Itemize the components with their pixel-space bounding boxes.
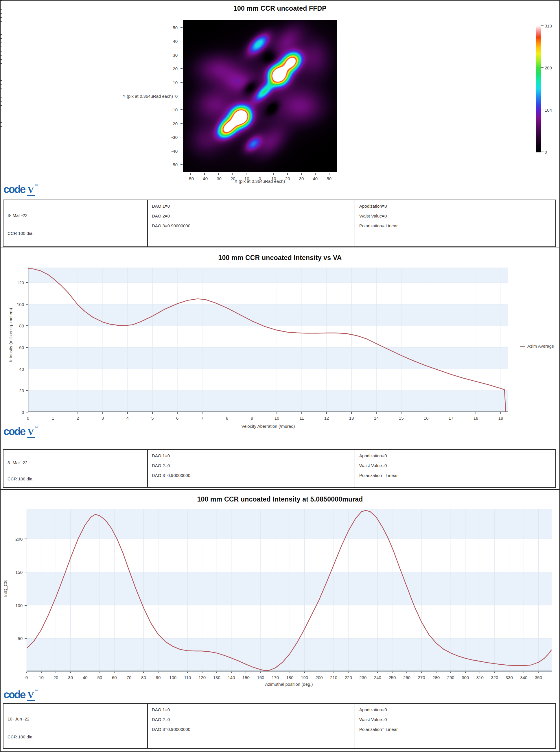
- table-cell-dao: DAO 1=0 DAO 2=0 DAO 3=0.90000000: [147, 450, 355, 487]
- x-tick-mark: [187, 672, 188, 673]
- x-tick-mark: [26, 672, 27, 673]
- x-tick-label: 4: [126, 415, 129, 421]
- dao-2: DAO 2=0: [152, 211, 351, 221]
- x-tick-mark: [70, 672, 71, 673]
- codev-report-page: 100 mm CCR uncoated FFDP Y (pix at 0.364…: [0, 0, 560, 752]
- codev-logo-v: V: [27, 427, 35, 438]
- x-tick-label: 270: [418, 675, 425, 680]
- x-tick-mark: [143, 672, 144, 673]
- y-tick-mark: [26, 325, 28, 326]
- x-tick-mark: [78, 412, 78, 414]
- x-tick-label: 0: [27, 415, 29, 421]
- x-tick-mark: [401, 412, 401, 414]
- x-tick-mark: [53, 412, 53, 414]
- x-tick-label: 0: [259, 176, 261, 181]
- x-tick-mark: [245, 672, 246, 673]
- x-tick-label: -40: [201, 176, 208, 181]
- x-tick-mark: [304, 672, 305, 673]
- polarization: Polarization= Linear: [359, 471, 551, 481]
- y-tick-mark: [25, 638, 27, 638]
- x-tick-mark: [451, 672, 451, 673]
- codev-logo-text: code: [3, 183, 25, 195]
- x-tick-label: 320: [491, 675, 498, 680]
- x-tick-mark: [158, 672, 159, 673]
- x-tick-mark: [301, 173, 302, 175]
- table-cell-dao: DAO 1=0 DAO 2=0 DAO 3=0.90000000: [147, 200, 355, 246]
- x-tick-label: 10: [275, 415, 279, 421]
- intensity-va-plot: [28, 267, 508, 412]
- waist-value: Waist Value=0: [359, 715, 551, 725]
- y-tick-label: 10: [161, 80, 178, 85]
- x-tick-label: 16: [424, 415, 429, 421]
- x-tick-label: -50: [187, 176, 194, 181]
- x-tick-mark: [231, 672, 232, 673]
- x-tick-label: 40: [313, 176, 318, 181]
- x-tick-mark: [315, 173, 316, 175]
- x-tick-label: 13: [349, 415, 354, 421]
- x-tick-label: 1: [52, 415, 54, 421]
- x-tick-label: 15: [399, 415, 404, 421]
- x-tick-label: 280: [433, 675, 440, 680]
- x-tick-mark: [204, 173, 205, 175]
- x-tick-label: 50: [97, 675, 102, 680]
- dao-3: DAO 3=0.90000000: [152, 725, 351, 734]
- x-tick-mark: [287, 173, 288, 175]
- intensity-va-x-axis-title: Velocity Aberration (\murad): [196, 424, 340, 429]
- x-tick-mark: [436, 672, 437, 673]
- y-tick-label: 200: [7, 536, 23, 542]
- x-tick-mark: [509, 672, 509, 673]
- x-tick-label: 180: [286, 675, 294, 680]
- x-tick-label: 7: [201, 415, 203, 421]
- x-tick-mark: [480, 672, 480, 673]
- y-tick-label: -50: [161, 162, 178, 167]
- dao-2: DAO 2=0: [152, 461, 351, 471]
- parameter-table: 3- Mar -22 CCR 100 dia. DAO 1=0 DAO 2=0 …: [3, 200, 556, 247]
- x-tick-label: 230: [359, 675, 366, 680]
- x-tick-label: 260: [403, 675, 411, 680]
- intensity-azimuth-plot: [27, 509, 552, 672]
- x-tick-label: 340: [520, 675, 527, 680]
- x-tick-label: 10: [39, 675, 44, 680]
- x-tick-mark: [190, 173, 191, 175]
- x-tick-label: 0: [25, 675, 28, 680]
- y-tick-mark: [180, 68, 182, 69]
- x-tick-mark: [85, 672, 85, 673]
- colorbar-tick-mark: [541, 109, 543, 110]
- y-tick-mark: [180, 55, 182, 55]
- colorbar-tick-mark: [541, 151, 543, 152]
- x-tick-label: -20: [229, 176, 236, 181]
- y-tick-mark: [25, 572, 27, 572]
- y-tick-label: 100: [7, 603, 23, 608]
- x-tick-label: 5: [151, 415, 154, 421]
- intensity-azimuth-x-axis-title: Azimuthal position (deg.): [217, 682, 361, 687]
- y-tick-label: -10: [161, 107, 178, 112]
- y-tick-label: 150: [7, 569, 23, 574]
- x-tick-label: -10: [243, 176, 249, 181]
- x-tick-mark: [319, 672, 319, 673]
- x-tick-label: 240: [374, 675, 381, 680]
- x-tick-mark: [252, 412, 252, 414]
- x-tick-label: 290: [447, 675, 455, 680]
- y-tick-mark: [25, 538, 27, 539]
- codev-logo: codeV™: [3, 184, 38, 196]
- y-tick-label: -40: [161, 148, 178, 153]
- colorbar-label: 209: [545, 65, 552, 70]
- x-tick-mark: [232, 173, 233, 175]
- dao-2: DAO 2=0: [152, 715, 351, 725]
- table-cell-beam: Apodization=0 Waist Value=0 Polarization…: [355, 450, 555, 487]
- dao-3: DAO 3=0.90000000: [152, 221, 351, 231]
- x-tick-label: 12: [324, 415, 329, 421]
- y-tick-mark: [180, 109, 182, 110]
- y-tick-label: 60: [8, 345, 24, 350]
- chart-title-intensity-va: 100 mm CCR uncoated Intensity vs VA: [1, 254, 559, 262]
- x-tick-mark: [523, 672, 524, 673]
- x-tick-label: 310: [476, 675, 484, 680]
- run-date: 10- Jun -22: [7, 714, 143, 724]
- y-tick-label: -30: [161, 135, 178, 140]
- x-tick-mark: [376, 412, 377, 414]
- x-tick-label: 170: [272, 675, 279, 680]
- line-chart-svg: [27, 509, 552, 672]
- x-tick-mark: [227, 412, 227, 414]
- x-tick-label: 300: [462, 675, 469, 680]
- codev-logo-tm: ™: [35, 689, 38, 692]
